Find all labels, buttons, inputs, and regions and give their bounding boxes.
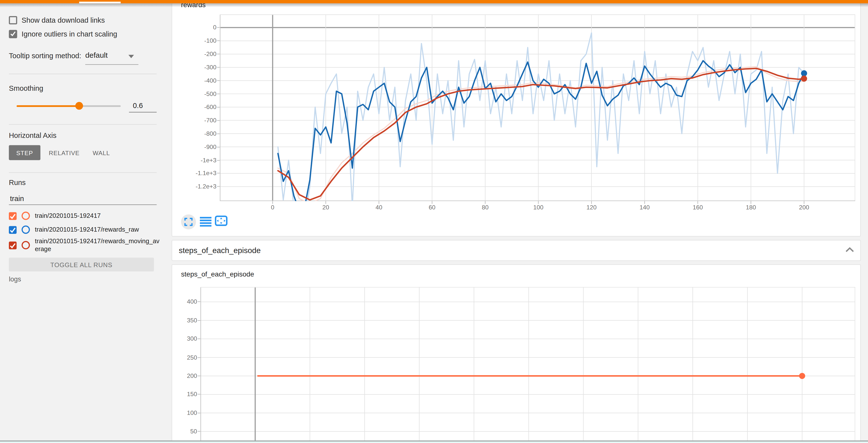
axis-tick-label: -100 — [178, 37, 216, 45]
axis-tick-label: 80 — [474, 204, 496, 211]
axis-tick-label: 20 — [315, 204, 337, 211]
horizontal-lines-icon — [200, 216, 212, 227]
axis-tick-mark — [217, 81, 220, 81]
steps-chart-svg[interactable] — [200, 287, 855, 443]
axis-tick-mark — [217, 27, 220, 28]
axis-tick-label: -300 — [178, 64, 216, 71]
run-row[interactable]: train/20201015-192417/rewards_raw — [9, 226, 161, 234]
axis-tick-mark — [217, 107, 220, 107]
axis-tick-mark — [217, 147, 220, 147]
runs-filter-underline — [9, 205, 157, 205]
run-row[interactable]: train/20201015-192417/rewards_moving_ave… — [9, 238, 161, 253]
logs-label: logs — [9, 275, 21, 283]
tooltip-sorting-dropdown[interactable]: default — [85, 51, 108, 59]
haxis-wall-button[interactable]: WALL — [88, 145, 115, 160]
axis-tick-mark — [698, 201, 698, 204]
run-label: train/20201015-192417 — [35, 212, 161, 219]
rewards-chart-plot[interactable] — [220, 14, 856, 201]
axis-tick-label: -200 — [178, 51, 216, 58]
toggle-all-runs-button[interactable]: TOGGLE ALL RUNS — [9, 258, 154, 271]
axis-tick-label: -700 — [178, 117, 216, 124]
axis-tick-label: 60 — [421, 204, 443, 211]
ignore-outliers-checkbox[interactable]: Ignore outliers in chart scaling — [9, 30, 117, 38]
runs-filter-input[interactable] — [9, 194, 155, 203]
run-color-circle-icon[interactable] — [22, 212, 30, 220]
run-checkbox-icon[interactable] — [9, 212, 17, 219]
axis-tick-mark — [198, 431, 200, 432]
axis-tick-mark — [217, 93, 220, 94]
final-value-dot — [801, 76, 807, 82]
axis-tick-label: -1.1e+3 — [178, 170, 216, 177]
divider — [9, 124, 157, 124]
smoothing-value-underline — [129, 112, 156, 113]
axis-tick-mark — [217, 54, 220, 54]
axis-tick-mark — [217, 160, 220, 160]
run-row[interactable]: train/20201015-192417 — [9, 212, 161, 220]
axis-tick-mark — [272, 201, 273, 204]
tooltip-sorting-label: Tooltip sorting method: — [9, 52, 81, 60]
axis-tick-label: 200 — [793, 204, 815, 211]
axis-tick-mark — [217, 120, 220, 121]
axis-tick-label: 0 — [261, 204, 284, 211]
dropdown-underline — [85, 64, 138, 65]
checkbox-checked-icon[interactable] — [9, 30, 17, 38]
axis-tick-label: 140 — [633, 204, 656, 211]
axis-tick-mark — [198, 339, 200, 339]
collapse-section-button[interactable] — [845, 246, 855, 254]
chevron-up-icon — [845, 247, 854, 253]
divider — [9, 172, 157, 173]
checkbox-label: Show data download links — [22, 16, 105, 24]
fit-domain-icon — [215, 215, 228, 226]
steps-chart-plot[interactable] — [200, 287, 855, 443]
axis-tick-mark — [198, 302, 200, 302]
rewards-chart-svg[interactable] — [220, 14, 856, 201]
axis-tick-mark — [198, 320, 200, 321]
axis-tick-label: -800 — [178, 130, 216, 137]
slider-track-empty[interactable] — [79, 105, 121, 107]
axis-tick-label: -1.2e+3 — [178, 183, 216, 190]
axis-tick-mark — [198, 394, 200, 395]
axis-tick-label: -500 — [178, 90, 216, 97]
smoothing-slider-handle[interactable] — [75, 102, 83, 110]
run-color-circle-icon[interactable] — [22, 241, 30, 249]
run-checkbox-icon[interactable] — [9, 226, 17, 233]
axis-tick-mark — [217, 40, 220, 41]
horizontal-axis-label: Horizontal Axis — [9, 131, 56, 140]
smoothing-value-input[interactable] — [132, 101, 159, 110]
tensorboard-scalars-page: Show data download links Ignore outliers… — [0, 0, 868, 443]
axis-tick-mark — [326, 201, 326, 204]
runs-label: Runs — [9, 178, 26, 187]
bottom-scrollbar-track — [0, 442, 868, 443]
divider — [9, 74, 157, 74]
axis-tick-label: 120 — [580, 204, 602, 211]
show-download-links-checkbox[interactable]: Show data download links — [9, 16, 105, 24]
chevron-down-icon[interactable] — [128, 55, 134, 58]
active-tab-indicator — [79, 2, 121, 3]
haxis-step-button[interactable]: STEP — [9, 145, 40, 160]
run-color-circle-icon[interactable] — [22, 226, 30, 234]
final-value-dot — [801, 70, 807, 77]
fit-domain-button[interactable] — [215, 215, 228, 226]
axis-tick-mark — [804, 201, 804, 204]
axis-tick-label: 40 — [368, 204, 390, 211]
expand-chart-button[interactable] — [181, 214, 196, 229]
axis-tick-label: -900 — [178, 143, 216, 150]
final-value-dot — [799, 373, 805, 379]
axis-tick-mark — [217, 67, 220, 67]
axis-tick-mark — [217, 134, 220, 134]
steps-section-header[interactable]: steps_of_each_episode — [172, 240, 861, 261]
run-checkbox-icon[interactable] — [9, 241, 17, 249]
axis-tick-label: 100 — [527, 204, 549, 211]
axis-tick-mark — [432, 201, 432, 204]
axis-tick-label: -1e+3 — [178, 157, 216, 164]
toggle-y-axis-button[interactable] — [200, 216, 212, 227]
fullscreen-icon — [184, 218, 193, 226]
axis-tick-mark — [217, 186, 220, 187]
haxis-relative-button[interactable]: RELATIVE — [45, 145, 83, 160]
axis-tick-mark — [378, 201, 379, 204]
axis-tick-mark — [751, 201, 751, 204]
slider-track-filled[interactable] — [17, 105, 79, 107]
axis-tick-mark — [591, 201, 592, 204]
checkbox-unchecked-icon[interactable] — [9, 16, 17, 24]
run-label: train/20201015-192417/rewards_raw — [35, 226, 161, 233]
